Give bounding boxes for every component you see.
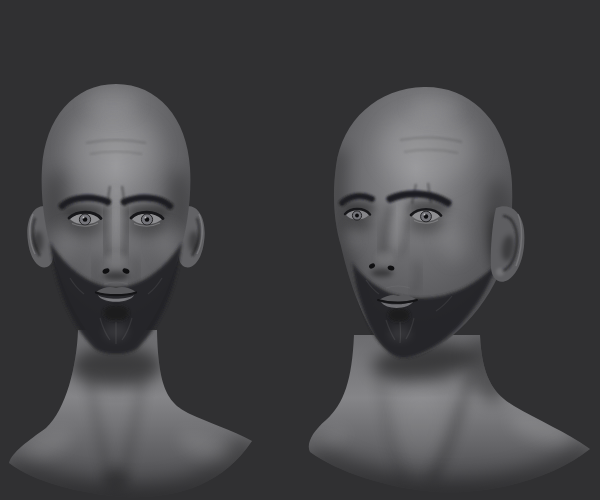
quarter-eye-near <box>411 209 441 223</box>
sculpt-render-canvas <box>0 0 600 500</box>
front-eye-right <box>131 212 163 226</box>
front-eye-left <box>69 212 101 226</box>
render-viewport <box>0 0 600 500</box>
